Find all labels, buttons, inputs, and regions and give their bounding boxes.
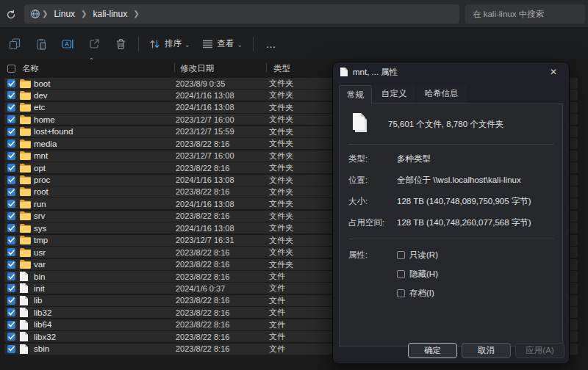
cancel-button[interactable]: 取消 <box>462 343 511 358</box>
dialog-title: mnt, ... 属性 <box>353 67 545 78</box>
row-checkbox-checked[interactable] <box>7 188 15 196</box>
folder-icon <box>20 187 31 197</box>
chevron-down-icon: ⌄ <box>184 41 190 48</box>
checkbox-hidden[interactable]: 隐藏(H) <box>397 269 438 280</box>
search-box[interactable]: 在 kali-linux 中搜索 <box>465 4 585 23</box>
row-checkbox-checked[interactable] <box>7 284 15 292</box>
row-checkbox-checked[interactable] <box>7 115 15 123</box>
row-checkbox-checked[interactable] <box>7 91 15 99</box>
close-icon: ✕ <box>550 67 557 77</box>
row-checkbox-checked[interactable] <box>7 261 15 269</box>
chevron-down-icon: ⌄ <box>237 41 243 48</box>
select-all-checkbox[interactable] <box>7 65 15 73</box>
row-checkbox-checked[interactable] <box>7 212 15 220</box>
file-name: init <box>34 284 45 293</box>
file-name: lib64 <box>34 320 51 329</box>
breadcrumb-chevron-icon: ❯ <box>132 10 140 18</box>
divider <box>348 144 553 145</box>
file-date-modified: 2024/1/6 0:37 <box>176 284 269 293</box>
row-checkbox-checked[interactable] <box>7 308 15 316</box>
column-divider[interactable] <box>266 63 267 73</box>
file-name: root <box>34 187 49 196</box>
row-checkbox-checked[interactable] <box>7 272 15 280</box>
paste-button[interactable] <box>30 33 52 55</box>
file-icon <box>20 272 31 281</box>
sort-button[interactable]: 排序 ⌄ <box>146 33 194 55</box>
address-bar[interactable]: ❯ Linux ❯ kali-linux ❯ <box>24 4 459 23</box>
folder-icon <box>20 175 31 185</box>
file-name: boot <box>34 79 50 88</box>
row-checkbox-checked[interactable] <box>7 128 15 136</box>
file-date-modified: 2023/8/22 8:16 <box>176 308 269 317</box>
file-date-modified: 2024/1/16 13:08 <box>176 175 269 184</box>
row-checkbox-checked[interactable] <box>7 321 15 329</box>
row-checkbox-checked[interactable] <box>7 297 15 305</box>
file-name: srv <box>34 211 45 220</box>
row-checkbox-checked[interactable] <box>7 79 15 87</box>
row-checkbox-checked[interactable] <box>7 224 15 232</box>
file-name: sbin <box>34 344 49 353</box>
checkbox-archive[interactable]: 存档(I) <box>397 288 438 299</box>
row-checkbox-checked[interactable] <box>7 236 15 244</box>
column-divider[interactable] <box>174 63 175 73</box>
folder-icon <box>20 236 31 245</box>
file-date-modified: 2024/1/16 13:08 <box>176 91 269 100</box>
detail-value-size: 128 TB (140,748,089,750,905 字节) <box>397 196 531 207</box>
row-checkbox-checked[interactable] <box>7 345 15 353</box>
row-checkbox-checked[interactable] <box>7 176 15 184</box>
breadcrumb-chevron-icon: ❯ <box>79 10 88 18</box>
refresh-button[interactable] <box>3 7 19 23</box>
file-name: dev <box>34 91 48 100</box>
checkbox-readonly[interactable]: 只读(R) <box>397 250 438 261</box>
dialog-titlebar[interactable]: mnt, ... 属性 ✕ <box>333 62 569 81</box>
row-checkbox-checked[interactable] <box>7 104 15 112</box>
copy-button[interactable] <box>4 33 26 55</box>
row-checkbox-checked[interactable] <box>7 164 15 172</box>
detail-value-type: 多种类型 <box>397 153 431 164</box>
ok-button[interactable]: 确定 <box>408 343 457 358</box>
row-checkbox-checked[interactable] <box>7 139 15 148</box>
rename-button[interactable]: A <box>57 33 79 55</box>
folder-icon <box>20 103 31 112</box>
file-icon <box>20 320 31 330</box>
file-date-modified: 2023/8/9 0:35 <box>176 79 269 88</box>
file-name: lib32 <box>34 308 51 317</box>
more-options-button[interactable]: … <box>260 33 282 55</box>
file-date-modified: 2023/8/22 8:16 <box>176 211 269 220</box>
sort-icon <box>149 39 160 49</box>
rename-icon: A <box>62 38 74 50</box>
detail-value-size-on-disk: 128 TB (140,748,260,077,568 字节) <box>397 217 531 228</box>
tab-hash-info[interactable]: 哈希信息 <box>417 84 467 104</box>
row-checkbox-checked[interactable] <box>7 333 15 341</box>
file-name: opt <box>34 164 46 173</box>
tab-customize[interactable]: 自定义 <box>373 84 415 104</box>
breadcrumb-kali-linux[interactable]: kali-linux <box>88 9 132 19</box>
tab-general[interactable]: 常规 <box>339 85 372 104</box>
file-name: sys <box>34 224 46 233</box>
file-date-modified: 2023/12/7 16:00 <box>176 151 269 160</box>
share-button[interactable] <box>83 33 105 55</box>
column-header-name[interactable]: 名称 <box>22 63 39 74</box>
row-checkbox-checked[interactable] <box>7 152 15 160</box>
file-icon <box>20 344 31 354</box>
row-checkbox-checked[interactable] <box>7 200 15 208</box>
row-checkbox-checked[interactable] <box>7 248 15 256</box>
file-date-modified: 2023/12/7 16:00 <box>176 115 269 124</box>
file-date-modified: 2023/8/22 8:16 <box>176 187 269 196</box>
file-date-modified: 2024/1/16 13:08 <box>176 200 269 208</box>
checkbox-icon <box>397 289 405 297</box>
column-header-type[interactable]: 类型 <box>273 63 290 74</box>
apply-button[interactable]: 应用(A) <box>515 343 564 358</box>
file-icon <box>20 296 31 305</box>
close-button[interactable]: ✕ <box>545 65 562 79</box>
column-header-date[interactable]: 修改日期 <box>180 63 214 74</box>
breadcrumb-linux[interactable]: Linux <box>49 9 79 19</box>
view-button[interactable]: 查看 ⌄ <box>198 33 247 55</box>
file-date-modified: 2023/8/22 8:16 <box>176 296 269 305</box>
file-name: mnt <box>34 151 48 160</box>
dialog-footer: 确定 取消 应用(A) <box>333 337 569 363</box>
command-toolbar: A 排序 ⌄ 查看 ⌄ … <box>0 29 588 59</box>
file-name: bin <box>34 272 45 281</box>
detail-label-type: 类型: <box>348 153 397 164</box>
delete-button[interactable] <box>110 33 132 55</box>
